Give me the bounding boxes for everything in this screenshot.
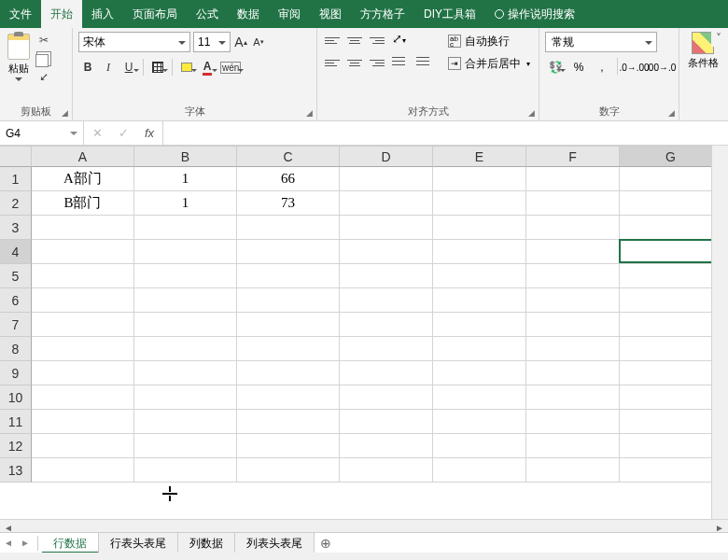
menu-home[interactable]: 开始 [41, 0, 82, 28]
percent-format-button[interactable]: % [568, 58, 589, 77]
cell-D12[interactable] [340, 434, 433, 458]
cell-C9[interactable] [237, 361, 340, 385]
cell-B12[interactable] [134, 434, 237, 458]
cell-C5[interactable] [237, 264, 340, 288]
font-name-combo[interactable]: 宋体 [78, 32, 190, 52]
cell-G9[interactable] [620, 361, 722, 385]
cell-G7[interactable] [620, 313, 722, 337]
cell-B4[interactable] [134, 240, 237, 264]
cell-D6[interactable] [340, 288, 433, 313]
menu-fangfang[interactable]: 方方格子 [351, 0, 414, 28]
menu-page-layout[interactable]: 页面布局 [123, 0, 187, 28]
cell-C3[interactable] [237, 216, 340, 240]
row-header-13[interactable]: 13 [0, 458, 32, 483]
cell-B6[interactable] [134, 288, 237, 313]
cell-A5[interactable] [32, 264, 134, 288]
cell-A4[interactable] [32, 240, 134, 264]
cell-F11[interactable] [526, 410, 620, 434]
cell-F13[interactable] [526, 458, 620, 483]
decrease-decimal-button[interactable]: .00→.0 [649, 58, 673, 77]
sheet-tab-3[interactable]: 列表头表尾 [235, 533, 315, 553]
cell-A10[interactable] [32, 385, 134, 410]
cell-F12[interactable] [526, 434, 620, 458]
ribbon-expand-button[interactable]: ˅ [711, 32, 726, 47]
row-header-9[interactable]: 9 [0, 361, 32, 385]
cell-D10[interactable] [340, 385, 433, 410]
cell-D3[interactable] [340, 216, 433, 240]
bold-button[interactable]: B [78, 58, 97, 77]
cell-F4[interactable] [526, 240, 620, 264]
comma-format-button[interactable]: , [592, 58, 612, 77]
cell-G12[interactable] [620, 434, 722, 458]
phonetic-button[interactable]: wén [218, 58, 243, 77]
cell-D1[interactable] [340, 167, 433, 191]
cell-D4[interactable] [340, 240, 433, 264]
cell-A3[interactable] [32, 216, 134, 240]
column-header-F[interactable]: F [526, 147, 620, 167]
increase-font-button[interactable]: A▴ [233, 33, 248, 51]
cell-B10[interactable] [134, 385, 237, 410]
cell-D5[interactable] [340, 264, 433, 288]
cell-C13[interactable] [237, 458, 340, 483]
cell-B8[interactable] [134, 337, 237, 361]
sheet-tab-0[interactable]: 行数据 [42, 533, 99, 553]
cell-A1[interactable]: A部门 [32, 167, 134, 191]
cell-G3[interactable] [620, 216, 722, 240]
cell-B3[interactable] [134, 216, 237, 240]
menu-view[interactable]: 视图 [310, 0, 351, 28]
cell-E6[interactable] [433, 288, 526, 313]
fill-color-button[interactable] [177, 58, 196, 77]
menu-review[interactable]: 审阅 [269, 0, 310, 28]
cell-C6[interactable] [237, 288, 340, 313]
cell-D8[interactable] [340, 337, 433, 361]
cell-E2[interactable] [433, 191, 526, 216]
cell-A13[interactable] [32, 458, 134, 483]
cell-A6[interactable] [32, 288, 134, 313]
paste-button[interactable]: 粘贴 [6, 32, 32, 87]
row-header-8[interactable]: 8 [0, 337, 32, 361]
increase-indent-button[interactable] [414, 54, 435, 71]
cell-B1[interactable]: 1 [134, 167, 237, 191]
cell-A11[interactable] [32, 410, 134, 434]
insert-function-button[interactable]: fx [136, 126, 162, 140]
align-center-button[interactable] [345, 54, 364, 71]
cell-G6[interactable] [620, 288, 722, 313]
cell-C10[interactable] [237, 385, 340, 410]
cell-G4[interactable] [620, 240, 722, 264]
row-header-11[interactable]: 11 [0, 410, 32, 434]
underline-button[interactable]: U [119, 58, 138, 77]
number-launcher[interactable]: ◢ [665, 107, 677, 119]
cell-E9[interactable] [433, 361, 526, 385]
row-header-10[interactable]: 10 [0, 385, 32, 410]
decrease-indent-button[interactable] [390, 54, 411, 71]
cell-D11[interactable] [340, 410, 433, 434]
align-middle-button[interactable] [345, 32, 364, 49]
cell-E7[interactable] [433, 313, 526, 337]
cell-E8[interactable] [433, 337, 526, 361]
column-header-B[interactable]: B [134, 147, 237, 167]
row-header-1[interactable]: 1 [0, 167, 32, 191]
cell-F7[interactable] [526, 313, 620, 337]
column-header-D[interactable]: D [340, 147, 433, 167]
sheet-tab-1[interactable]: 行表头表尾 [99, 533, 178, 553]
row-header-12[interactable]: 12 [0, 434, 32, 458]
cell-F8[interactable] [526, 337, 620, 361]
cell-E10[interactable] [433, 385, 526, 410]
cell-G1[interactable] [620, 167, 722, 191]
cell-G2[interactable] [620, 191, 722, 216]
cell-E11[interactable] [433, 410, 526, 434]
cell-D7[interactable] [340, 313, 433, 337]
name-box[interactable]: G4 [0, 121, 84, 145]
column-header-A[interactable]: A [32, 147, 134, 167]
row-header-3[interactable]: 3 [0, 216, 32, 240]
cell-D13[interactable] [340, 458, 433, 483]
cell-E12[interactable] [433, 434, 526, 458]
cell-F5[interactable] [526, 264, 620, 288]
cell-G13[interactable] [620, 458, 722, 483]
sheet-tab-2[interactable]: 列数据 [178, 533, 235, 553]
cell-G8[interactable] [620, 337, 722, 361]
align-right-button[interactable] [368, 54, 386, 71]
increase-decimal-button[interactable]: .0→.00 [623, 58, 647, 77]
cell-A7[interactable] [32, 313, 134, 337]
menu-diy[interactable]: DIY工具箱 [414, 0, 485, 28]
